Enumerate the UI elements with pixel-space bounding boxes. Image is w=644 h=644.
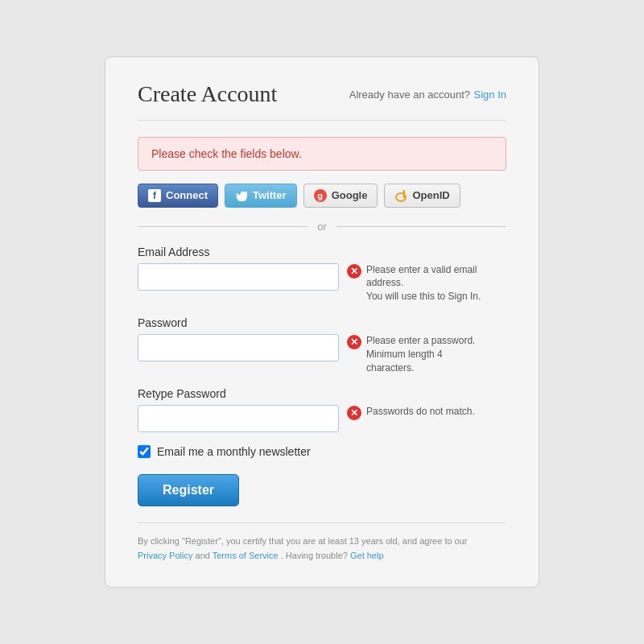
password-input[interactable] [138, 334, 339, 361]
email-group: Email Address ✕ Please enter a valid ema… [138, 246, 506, 303]
newsletter-label[interactable]: Email me a monthly newsletter [157, 445, 311, 458]
retype-input[interactable] [138, 405, 339, 432]
card-header: Create Account Already have an account? … [138, 81, 506, 121]
twitter-label: Twitter [253, 189, 287, 201]
email-row: ✕ Please enter a valid email address. Yo… [138, 263, 506, 303]
facebook-connect-button[interactable]: f Connect [138, 184, 218, 208]
retype-row: ✕ Passwords do not match. [138, 405, 506, 432]
privacy-policy-link[interactable]: Privacy Policy [138, 551, 192, 560]
disclaimer-text: By clicking "Register", you certify that… [138, 536, 468, 546]
retype-group: Retype Password ✕ Passwords do not match… [138, 387, 506, 432]
retype-label: Retype Password [138, 387, 506, 400]
register-button[interactable]: Register [138, 474, 239, 506]
email-error: ✕ Please enter a valid email address. Yo… [347, 263, 481, 303]
or-text: or [308, 221, 336, 233]
error-banner: Please check the fields below. [138, 137, 506, 171]
email-input[interactable] [138, 263, 339, 291]
retype-error: ✕ Passwords do not match. [347, 405, 475, 420]
and-text: and [196, 551, 210, 560]
svg-rect-1 [403, 190, 406, 198]
email-error-text: Please enter a valid email address. You … [366, 263, 481, 303]
facebook-icon: f [148, 189, 161, 202]
create-account-card: Create Account Already have an account? … [105, 56, 539, 588]
password-label: Password [138, 316, 506, 329]
sign-in-link[interactable]: Sign In [474, 89, 506, 101]
tos-link[interactable]: Terms of Service [213, 551, 279, 560]
footer: By clicking "Register", you certify that… [138, 522, 506, 563]
twitter-button[interactable]: Twitter [225, 184, 297, 208]
openid-icon [394, 189, 407, 202]
newsletter-row: Email me a monthly newsletter [138, 445, 506, 458]
password-row: ✕ Please enter a password. Minimum lengt… [138, 334, 506, 374]
password-group: Password ✕ Please enter a password. Mini… [138, 316, 506, 374]
page-title: Create Account [138, 81, 277, 107]
social-buttons: f Connect Twitter g Google OpenID [138, 184, 506, 208]
google-label: Google [332, 189, 368, 201]
twitter-icon [235, 189, 248, 202]
email-error-icon: ✕ [347, 264, 361, 279]
google-icon: g [314, 189, 327, 202]
google-button[interactable]: g Google [303, 184, 378, 208]
password-error: ✕ Please enter a password. Minimum lengt… [347, 334, 475, 374]
password-error-text: Please enter a password. Minimum length … [366, 334, 475, 374]
get-help-link[interactable]: Get help [350, 551, 384, 560]
facebook-label: Connect [166, 189, 208, 201]
or-divider: or [138, 221, 506, 233]
already-text: Already have an account? [349, 89, 470, 101]
trouble-text: . Having trouble? [281, 551, 348, 560]
retype-error-icon: ✕ [347, 406, 361, 420]
openid-button[interactable]: OpenID [384, 184, 460, 208]
sign-in-prompt: Already have an account? Sign In [349, 87, 506, 101]
password-error-icon: ✕ [347, 335, 361, 349]
retype-error-text: Passwords do not match. [366, 405, 475, 419]
openid-label: OpenID [412, 189, 449, 201]
error-banner-text: Please check the fields below. [151, 147, 302, 160]
email-label: Email Address [138, 246, 506, 258]
newsletter-checkbox[interactable] [138, 445, 151, 458]
